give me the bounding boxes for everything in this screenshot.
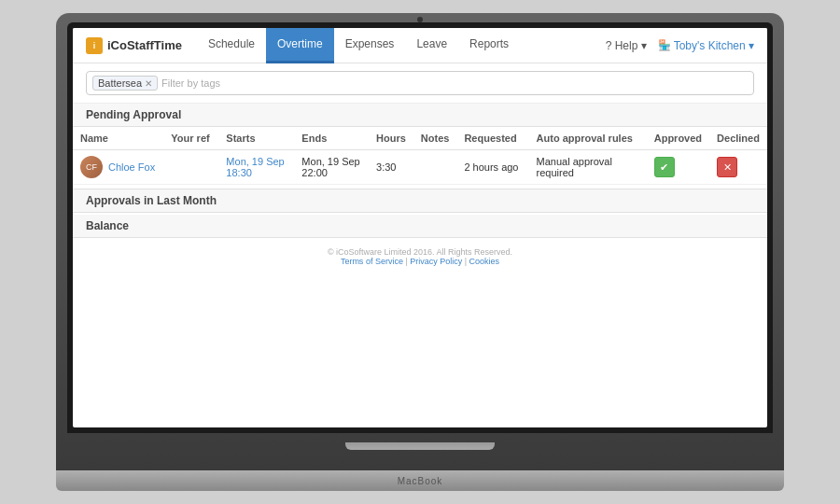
terms-link[interactable]: Terms of Service bbox=[341, 257, 403, 266]
decline-button[interactable]: ✕ bbox=[717, 157, 737, 177]
col-header-auto: Auto approval rules bbox=[529, 127, 647, 150]
remove-tag-button[interactable]: ✕ bbox=[145, 78, 152, 89]
col-header-approved: Approved bbox=[647, 127, 709, 150]
balance-header: Balance bbox=[73, 215, 767, 238]
col-header-requested: Requested bbox=[456, 127, 528, 150]
nav-overtime[interactable]: Overtime bbox=[266, 28, 334, 63]
screen-notch bbox=[345, 442, 495, 450]
laptop-brand-label: MacBook bbox=[398, 476, 443, 486]
cell-ref bbox=[163, 150, 218, 185]
logo-text: iCoStaffTime bbox=[107, 38, 182, 52]
privacy-link[interactable]: Privacy Policy bbox=[410, 257, 462, 266]
cell-notes bbox=[413, 150, 457, 185]
laptop-shell: i iCoStaffTime Schedule Overtime Expense… bbox=[56, 13, 784, 470]
filter-placeholder: Filter by tags bbox=[161, 77, 220, 89]
user-menu[interactable]: Toby's Kitchen ▾ bbox=[658, 39, 754, 52]
col-header-starts: Starts bbox=[218, 127, 294, 150]
col-header-ref: Your ref bbox=[163, 127, 218, 150]
app-logo: i iCoStaffTime bbox=[86, 37, 182, 54]
cell-hours: 3:30 bbox=[369, 150, 413, 185]
nav-items: Schedule Overtime Expenses Leave Reports bbox=[197, 28, 606, 63]
copyright-text: © iCoSoftware Limited 2016. All Rights R… bbox=[73, 247, 767, 257]
nav-right: ? Help ▾ Toby's Kitchen ▾ bbox=[606, 39, 754, 52]
pending-approval-header: Pending Approval bbox=[73, 104, 767, 127]
battersea-tag: Battersea ✕ bbox=[92, 76, 158, 91]
pending-table: Name Your ref Starts Ends Hours Notes Re… bbox=[73, 127, 767, 185]
filter-bar: Battersea ✕ Filter by tags bbox=[73, 63, 767, 104]
nav-bar: i iCoStaffTime Schedule Overtime Expense… bbox=[73, 28, 767, 63]
col-header-declined: Declined bbox=[709, 127, 767, 150]
cell-requested: 2 hours ago bbox=[456, 150, 528, 185]
cell-declined: ✕ bbox=[709, 150, 767, 185]
col-header-ends: Ends bbox=[294, 127, 369, 150]
help-link[interactable]: ? Help ▾ bbox=[606, 39, 647, 52]
laptop-base: MacBook bbox=[56, 470, 784, 491]
table-row: CF Chloe Fox Mon, 19 Sep 18:30 Mon, 19 S… bbox=[73, 150, 767, 185]
camera-dot bbox=[417, 17, 423, 22]
employee-name-link[interactable]: Chloe Fox bbox=[108, 161, 155, 173]
nav-reports[interactable]: Reports bbox=[458, 28, 520, 63]
cookies-link[interactable]: Cookies bbox=[469, 257, 500, 266]
approve-button[interactable]: ✔ bbox=[654, 157, 675, 177]
footer-links: Terms of Service | Privacy Policy | Cook… bbox=[73, 257, 767, 266]
logo-icon: i bbox=[86, 37, 103, 54]
cell-name: CF Chloe Fox bbox=[73, 150, 163, 185]
approvals-last-month-header: Approvals in Last Month bbox=[73, 189, 767, 213]
avatar: CF bbox=[80, 156, 103, 178]
footer: © iCoSoftware Limited 2016. All Rights R… bbox=[73, 238, 767, 270]
cell-ends: Mon, 19 Sep 22:00 bbox=[294, 150, 369, 185]
col-header-notes: Notes bbox=[413, 127, 457, 150]
cell-starts[interactable]: Mon, 19 Sep 18:30 bbox=[218, 150, 294, 185]
tag-filter-input[interactable]: Battersea ✕ Filter by tags bbox=[86, 71, 754, 95]
nav-expenses[interactable]: Expenses bbox=[334, 28, 406, 63]
col-header-name: Name bbox=[73, 127, 163, 150]
screen-bezel: i iCoStaffTime Schedule Overtime Expense… bbox=[67, 22, 773, 433]
screen: i iCoStaffTime Schedule Overtime Expense… bbox=[73, 28, 767, 427]
nav-leave[interactable]: Leave bbox=[405, 28, 458, 63]
cell-auto-approval: Manual approval required bbox=[529, 150, 647, 185]
col-header-hours: Hours bbox=[369, 127, 413, 150]
cell-approved: ✔ bbox=[647, 150, 709, 185]
nav-schedule[interactable]: Schedule bbox=[197, 28, 266, 63]
